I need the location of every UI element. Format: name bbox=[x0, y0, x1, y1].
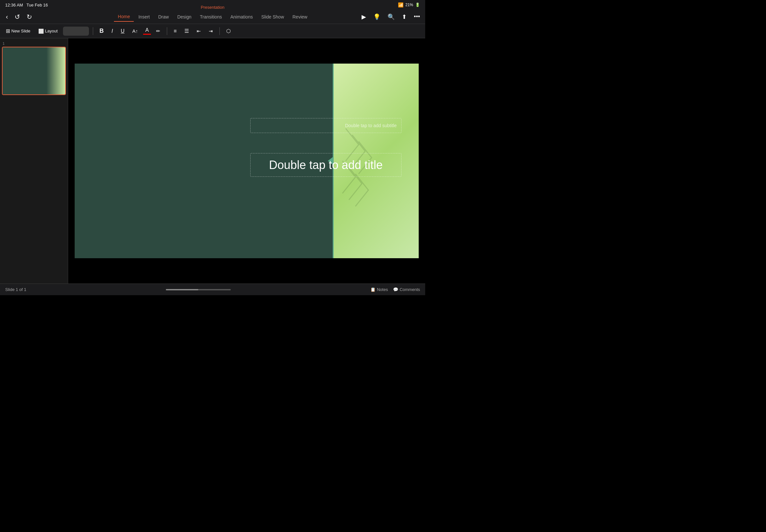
toolbar: ⊞ New Slide ⬜ Layout B I U A↑ A ✏ ≡ ☰ ⇤ … bbox=[0, 24, 425, 38]
bold-button[interactable]: B bbox=[97, 26, 106, 36]
status-bar-left: 12:36 AM Tue Feb 16 bbox=[5, 3, 48, 7]
lightbulb-button[interactable]: 💡 bbox=[371, 12, 382, 22]
redo-button[interactable]: ↻ bbox=[24, 12, 35, 22]
battery-icon: 🔋 bbox=[415, 3, 420, 7]
highlight-button[interactable]: ✏ bbox=[153, 27, 163, 35]
new-slide-button[interactable]: ⊞ New Slide bbox=[3, 27, 33, 35]
slide-number: 1 bbox=[3, 42, 66, 45]
layout-icon: ⬜ bbox=[38, 29, 44, 34]
font-size-input[interactable] bbox=[63, 27, 89, 36]
indent-increase-button[interactable]: ⇥ bbox=[206, 27, 215, 35]
time-display: 12:36 AM bbox=[5, 3, 23, 7]
notes-button[interactable]: 📋 Notes bbox=[370, 287, 388, 292]
new-slide-icon: ⊞ bbox=[6, 28, 10, 34]
text-color-button[interactable]: A bbox=[143, 27, 151, 35]
menu-left: ‹ ↺ ↻ bbox=[3, 12, 35, 22]
bullet-list-button[interactable]: ≡ bbox=[171, 27, 179, 35]
text-color-swatch bbox=[143, 34, 151, 35]
main-area: 1 bbox=[0, 38, 425, 284]
comments-button[interactable]: 💬 Comments bbox=[393, 287, 420, 292]
app-title: Presentation bbox=[201, 5, 225, 10]
tab-home[interactable]: Home bbox=[114, 12, 134, 22]
shape-button[interactable]: ⬡ bbox=[224, 27, 233, 35]
share-button[interactable]: ⬆ bbox=[400, 12, 409, 22]
underline-button[interactable]: U bbox=[118, 27, 127, 35]
canvas-area[interactable]: Double tap to add subtitle Double tap to… bbox=[68, 38, 425, 284]
notes-icon: 📋 bbox=[370, 287, 375, 292]
tab-slideshow[interactable]: Slide Show bbox=[257, 12, 288, 21]
play-button[interactable]: ▶ bbox=[359, 12, 368, 22]
tab-draw[interactable]: Draw bbox=[154, 12, 173, 21]
date-display: Tue Feb 16 bbox=[27, 3, 48, 7]
bottom-actions: 📋 Notes 💬 Comments bbox=[370, 287, 420, 292]
menu-tabs: Presentation Home Insert Draw Design Tra… bbox=[114, 12, 311, 22]
subtitle-placeholder-text: Double tap to add subtitle bbox=[255, 123, 397, 128]
number-list-button[interactable]: ☰ bbox=[182, 27, 191, 35]
title-placeholder-box[interactable]: Double tap to add title bbox=[250, 153, 402, 177]
tab-insert[interactable]: Insert bbox=[134, 12, 153, 21]
toolbar-separator-1 bbox=[93, 27, 93, 35]
toolbar-separator-2 bbox=[167, 27, 167, 35]
title-placeholder-text: Double tap to add title bbox=[255, 158, 397, 172]
toolbar-separator-3 bbox=[219, 27, 220, 35]
comments-icon: 💬 bbox=[393, 287, 398, 292]
slide-thumb-inner bbox=[2, 47, 66, 95]
progress-bar bbox=[166, 289, 231, 290]
slide-canvas[interactable]: Double tap to add subtitle Double tap to… bbox=[75, 64, 419, 258]
indent-decrease-button[interactable]: ⇤ bbox=[194, 27, 203, 35]
slide-thumbnail-container: 1 bbox=[2, 42, 66, 95]
subtitle-placeholder-box[interactable]: Double tap to add subtitle bbox=[250, 118, 402, 133]
more-button[interactable]: ••• bbox=[412, 12, 422, 21]
undo-button[interactable]: ↺ bbox=[12, 12, 23, 22]
slide-thumbnail[interactable] bbox=[2, 47, 66, 95]
slide-panel: 1 bbox=[0, 38, 68, 284]
tab-review[interactable]: Review bbox=[288, 12, 311, 21]
slide-count: Slide 1 of 1 bbox=[5, 287, 26, 292]
progress-bar-fill bbox=[166, 289, 198, 290]
tab-transitions[interactable]: Transitions bbox=[196, 12, 226, 21]
italic-button[interactable]: I bbox=[109, 27, 115, 35]
wifi-icon: 📶 bbox=[398, 2, 404, 7]
status-bar-right: 📶 21% 🔋 bbox=[398, 2, 420, 7]
tab-animations[interactable]: Animations bbox=[226, 12, 257, 21]
menu-right: ▶ 💡 🔍 ⬆ ••• bbox=[359, 12, 422, 22]
bottom-bar: Slide 1 of 1 📋 Notes 💬 Comments bbox=[0, 284, 425, 295]
layout-button[interactable]: ⬜ Layout bbox=[36, 27, 60, 35]
battery-display: 21% bbox=[406, 3, 413, 7]
font-size-increase-button[interactable]: A↑ bbox=[130, 27, 141, 35]
slide-preview bbox=[3, 47, 65, 94]
back-button[interactable]: ‹ bbox=[3, 12, 11, 22]
tab-design[interactable]: Design bbox=[173, 12, 195, 21]
search-button[interactable]: 🔍 bbox=[386, 12, 397, 22]
menu-bar: ‹ ↺ ↻ Presentation Home Insert Draw Desi… bbox=[0, 10, 425, 24]
progress-bar-container bbox=[26, 289, 370, 290]
